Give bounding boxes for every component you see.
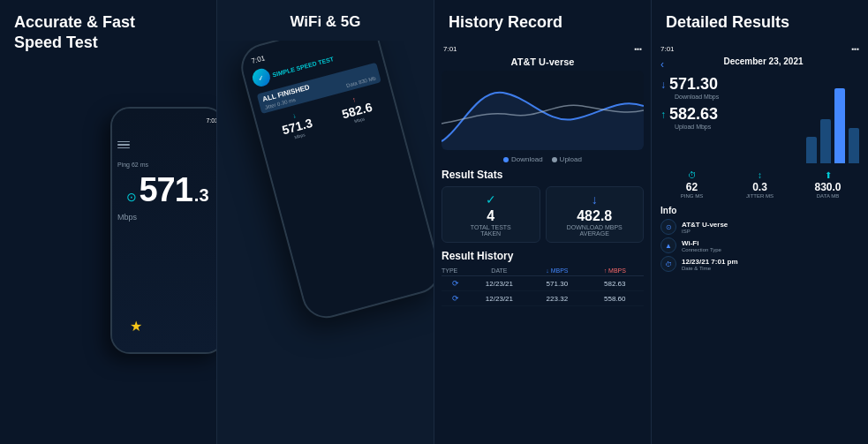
history-row-1: ⟳ 12/23/21 571.30 582.63 (442, 276, 644, 291)
upload-legend-dot (552, 157, 557, 162)
stats-cards-row: ✓ 4 TOTAL TESTSTAKEN ↓ 482.8 DOWNLOAD MB… (442, 186, 644, 243)
data-sub-stat: ⬆ 830.0 Data MB (796, 170, 859, 199)
row1-download: 571.30 (528, 280, 585, 288)
datetime-info-row: ⏱ 12/23/21 7:01 pm Date & Time (660, 256, 859, 272)
detail-stat-column: ↓ 571.30 Download Mbps ↑ 582.63 Upload M… (660, 75, 799, 163)
download-legend: Download (503, 155, 543, 163)
jitter-number: 0.3 (752, 181, 767, 193)
download-avg-card: ↓ 482.8 DOWNLOAD MBPSAVERAGE (546, 186, 645, 243)
datetime-label: Date & Time (682, 266, 738, 271)
isp-value: AT&T U-verse (682, 221, 728, 229)
panel-1-phone-area: 7:01 Ping 62 ms ⊙ 571 .3 Mbps ★ (0, 63, 216, 444)
bar-3-active (834, 88, 845, 163)
phone-mockup-2: 7:01 ▪▪▪ ✓ SIMPLE SPEED TEST ALL FINISHE… (236, 41, 434, 323)
data-label: Data MB (817, 193, 839, 199)
jitter-label: Jitter ms (746, 193, 774, 199)
datetime-icon: ⏱ (660, 256, 676, 272)
connection-value: Wi-Fi (682, 239, 721, 247)
download-avg-label: DOWNLOAD MBPSAVERAGE (567, 224, 623, 237)
star-icon: ★ (130, 318, 142, 335)
col-date: DATE (471, 267, 528, 274)
history-table-header: TYPE DATE ↓ Mbps ↑ Mbps (442, 266, 644, 276)
download-avg-icon: ↓ (592, 192, 598, 207)
upload-gauge: ↑ 582.6 Mbps (337, 92, 374, 126)
total-tests-label: TOTAL TESTSTAKEN (471, 224, 511, 237)
status-time-4: 7:01 (660, 45, 675, 53)
isp-info-row: ⊙ AT&T U-verse ISP (660, 219, 859, 235)
app-logo-circle: ✓ (250, 67, 271, 88)
download-stat-item: ↓ 571.30 Download Mbps (660, 75, 799, 100)
connection-label: Connection Type (682, 247, 721, 252)
detail-nav-row: ‹ December 23, 2021 (660, 56, 859, 71)
data-icon: ⬆ (825, 170, 832, 180)
speed-suffix-1: .3 (194, 185, 209, 206)
signal-icons-3: ▪▪▪ (634, 45, 642, 53)
ping-number: 62 (686, 181, 698, 193)
row2-type: ⟳ (442, 294, 471, 303)
panel-accurate-speed: Accurate & Fast Speed Test 7:01 Ping 62 … (0, 0, 217, 444)
panel-wifi-5g: WiFi & 5G 7:01 ▪▪▪ ✓ SIMPLE SPEED TEST A… (217, 0, 434, 444)
ping-label: Ping ms (681, 193, 703, 199)
check-icon: ✓ (486, 192, 496, 207)
info-rows: ⊙ AT&T U-verse ISP ▲ Wi-Fi Connection Ty… (660, 219, 859, 272)
detail-main-stats: ↓ 571.30 Download Mbps ↑ 582.63 Upload M… (660, 75, 859, 163)
status-time-1: 7:01 (206, 117, 216, 124)
detail-date: December 23, 2021 (668, 56, 859, 66)
bar-chart (806, 75, 859, 163)
download-avg-number: 482.8 (577, 208, 612, 224)
bar-1 (806, 137, 817, 163)
ping-sub-stat: ⏱ 62 Ping ms (660, 170, 723, 199)
upload-stat-label: Upload Mbps (675, 124, 799, 130)
chart-legend: Download Upload (442, 155, 644, 163)
download-icon-1: ⊙ (126, 190, 137, 204)
jitter-sub-stat: ↕ 0.3 Jitter ms (728, 170, 791, 199)
network-name: AT&T U-verse (442, 56, 644, 67)
status-time-3: 7:01 (443, 45, 457, 53)
panel-1-title: Accurate & Fast Speed Test (0, 0, 216, 63)
phone-mockup-1: 7:01 Ping 62 ms ⊙ 571 .3 Mbps ★ (110, 107, 216, 354)
wifi-icon-2: ⟳ (452, 294, 459, 303)
bar-2 (820, 119, 831, 163)
result-stats-title: Result Stats (442, 169, 644, 181)
result-history-title: Result History (442, 250, 644, 262)
history-content: AT&T U-verse Download Upload Result Stat… (434, 56, 651, 444)
row2-date: 12/23/21 (471, 295, 528, 303)
history-table: TYPE DATE ↓ Mbps ↑ Mbps ⟳ 12/23/21 571.3… (442, 266, 644, 306)
status-bar-3: 7:01 ▪▪▪ (434, 41, 651, 56)
upload-stat-number: 582.63 (669, 105, 718, 124)
row2-download: 223.32 (528, 295, 585, 303)
panel-detailed-results: Detailed Results 7:01 ▪▪▪ ‹ December 23,… (652, 0, 868, 444)
isp-content: AT&T U-verse ISP (682, 221, 728, 234)
connection-icon: ▲ (660, 237, 676, 253)
col-type: TYPE (442, 267, 471, 274)
connection-content: Wi-Fi Connection Type (682, 239, 721, 252)
upload-legend-label: Upload (560, 155, 582, 163)
wifi-icon-1: ⟳ (452, 279, 459, 288)
row1-upload: 582.63 (586, 280, 644, 288)
phone-screen-2: 7:01 ▪▪▪ ✓ SIMPLE SPEED TEST ALL FINISHE… (238, 41, 434, 321)
history-row-2: ⟳ 12/23/21 223.32 558.60 (442, 291, 644, 306)
status-time-2: 7:01 (250, 54, 265, 65)
datetime-value: 12/23/21 7:01 pm (682, 258, 738, 266)
ping-icon: ⏱ (688, 170, 697, 180)
ping-display-1: Ping 62 ms (117, 162, 148, 168)
col-download: ↓ Mbps (528, 267, 585, 274)
sub-stats-row: ⏱ 62 Ping ms ↕ 0.3 Jitter ms ⬆ 830.0 Dat… (660, 170, 859, 199)
speed-number-1: 571 (139, 171, 192, 209)
total-tests-card: ✓ 4 TOTAL TESTSTAKEN (442, 186, 540, 243)
panel-2-phone-area: 7:01 ▪▪▪ ✓ SIMPLE SPEED TEST ALL FINISHE… (217, 41, 434, 444)
col-upload: ↑ Mbps (586, 267, 644, 274)
info-section-title: Info (660, 206, 859, 215)
isp-label: ISP (682, 229, 728, 234)
connection-info-row: ▲ Wi-Fi Connection Type (660, 237, 859, 253)
speed-chart (442, 71, 644, 150)
detail-content: ‹ December 23, 2021 ↓ 571.30 Download Mb… (652, 56, 868, 444)
download-legend-label: Download (511, 155, 543, 163)
data-number: 830.0 (814, 181, 841, 193)
isp-icon: ⊙ (660, 219, 676, 235)
logo-check: ✓ (257, 73, 265, 83)
download-stat-number: 571.30 (669, 75, 718, 94)
download-gauge: ↓ 571.3 Mbps (278, 108, 315, 142)
back-chevron-icon[interactable]: ‹ (660, 58, 664, 71)
upload-legend: Upload (552, 155, 582, 163)
